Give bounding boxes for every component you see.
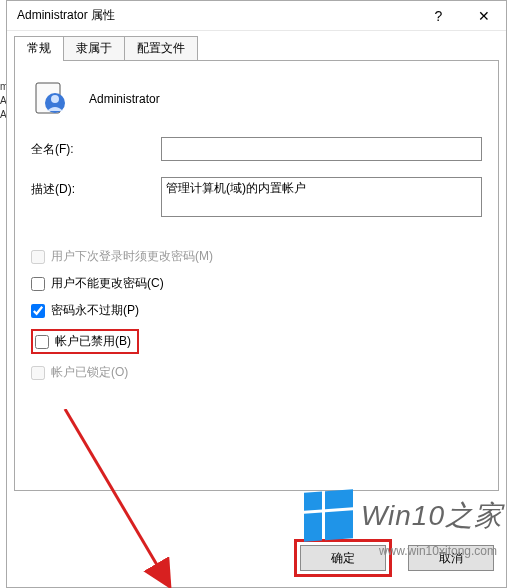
- window-title: Administrator 属性: [17, 7, 416, 24]
- checkbox-disabled-row: 帐户已禁用(B): [31, 329, 482, 354]
- svg-point-2: [51, 95, 59, 103]
- checkbox-cannot-change[interactable]: 用户不能更改密码(C): [31, 275, 482, 292]
- account-header: Administrator: [31, 79, 482, 119]
- help-button[interactable]: ?: [416, 1, 461, 30]
- tab-general[interactable]: 常规: [14, 36, 64, 60]
- checkbox-locked: 帐户已锁定(O): [31, 364, 482, 381]
- client-area: 常规 隶属于 配置文件 Administrator 全名(F):: [14, 39, 499, 535]
- titlebar: Administrator 属性 ? ✕: [7, 1, 506, 31]
- fullname-label: 全名(F):: [31, 137, 161, 158]
- checkbox-disabled-label: 帐户已禁用(B): [55, 333, 131, 350]
- help-icon: ?: [435, 8, 443, 24]
- tabs: 常规 隶属于 配置文件: [14, 39, 499, 61]
- ok-highlight: 确定: [294, 539, 392, 577]
- checkbox-cannot-change-box[interactable]: [31, 277, 45, 291]
- description-input[interactable]: [161, 177, 482, 217]
- checkbox-cannot-change-label: 用户不能更改密码(C): [51, 275, 164, 292]
- close-icon: ✕: [478, 8, 490, 24]
- close-button[interactable]: ✕: [461, 1, 506, 30]
- fullname-row: 全名(F):: [31, 137, 482, 161]
- description-row: 描述(D):: [31, 177, 482, 220]
- user-icon: [31, 79, 71, 119]
- svg-line-3: [65, 409, 170, 587]
- checkbox-must-change-box: [31, 250, 45, 264]
- description-label: 描述(D):: [31, 177, 161, 198]
- tab-profile[interactable]: 配置文件: [124, 36, 198, 60]
- fullname-input[interactable]: [161, 137, 482, 161]
- checkbox-disabled-box[interactable]: [35, 335, 49, 349]
- checkbox-disabled-highlight: 帐户已禁用(B): [31, 329, 139, 354]
- annotation-arrow: [55, 409, 195, 588]
- checkbox-never-expire-label: 密码永不过期(P): [51, 302, 139, 319]
- tab-memberof[interactable]: 隶属于: [63, 36, 125, 60]
- account-username: Administrator: [89, 92, 160, 106]
- checkbox-must-change: 用户下次登录时须更改密码(M): [31, 248, 482, 265]
- watermark-url: www.win10xitong.com: [379, 544, 497, 558]
- dialog-window: Administrator 属性 ? ✕ 常规 隶属于 配置文件: [6, 0, 507, 588]
- checkbox-never-expire[interactable]: 密码永不过期(P): [31, 302, 482, 319]
- checkbox-locked-label: 帐户已锁定(O): [51, 364, 128, 381]
- titlebar-buttons: ? ✕: [416, 1, 506, 30]
- checkbox-never-expire-box[interactable]: [31, 304, 45, 318]
- general-panel: Administrator 全名(F): 描述(D): 用户下次登录时须更改密码…: [14, 61, 499, 491]
- checkbox-locked-box: [31, 366, 45, 380]
- ok-button[interactable]: 确定: [300, 545, 386, 571]
- checkbox-must-change-label: 用户下次登录时须更改密码(M): [51, 248, 213, 265]
